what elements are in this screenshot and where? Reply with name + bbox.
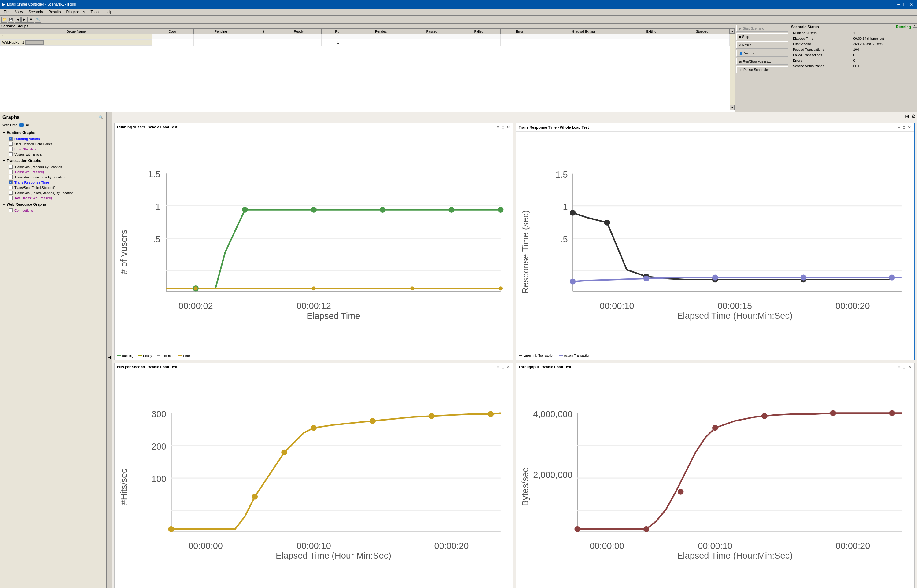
graph-item-total-trans-passed[interactable]: Total Trans/Sec (Passed) bbox=[2, 195, 104, 200]
graph-maximize-btn-1[interactable]: ⊡ bbox=[500, 125, 505, 129]
section-transaction[interactable]: ▼ Transaction Graphs bbox=[2, 158, 104, 163]
graph-controls-4: ≡ ⊡ ✕ bbox=[898, 365, 912, 369]
toolbar-btn-3[interactable]: ◀ bbox=[15, 16, 21, 23]
close-button[interactable]: ✕ bbox=[909, 2, 915, 7]
menu-results[interactable]: Results bbox=[46, 9, 63, 15]
graph-item-vusers-errors[interactable]: Vusers with Errors bbox=[2, 152, 104, 157]
graph-close-btn-2[interactable]: ✕ bbox=[907, 125, 912, 129]
section-runtime[interactable]: ▼ Runtime Graphs bbox=[2, 131, 104, 135]
checkbox-error-stats[interactable] bbox=[8, 147, 13, 151]
search-icon[interactable]: 🔍 bbox=[98, 115, 104, 120]
label-trans-response-time: Trans Response Time bbox=[15, 181, 49, 184]
reset-button[interactable]: « Reset bbox=[736, 41, 788, 48]
graph-menu-btn-3[interactable]: ≡ bbox=[496, 365, 499, 369]
graph-panel-header-running-vusers: Running Vusers - Whole Load Test ≡ ⊡ ✕ bbox=[115, 123, 513, 131]
svg-point-60 bbox=[281, 449, 287, 456]
menu-help[interactable]: Help bbox=[102, 9, 115, 15]
legend-dot-vuser-init bbox=[519, 355, 522, 356]
svg-point-83 bbox=[889, 410, 895, 416]
restore-icon[interactable]: ⊞ bbox=[905, 113, 909, 119]
pause-icon: ⏸ bbox=[739, 68, 742, 71]
svg-point-80 bbox=[712, 425, 718, 431]
checkbox-trans-sec-passed-loc[interactable] bbox=[8, 165, 13, 169]
toggle-dot[interactable] bbox=[19, 123, 24, 128]
toolbar-btn-5[interactable]: ⏹ bbox=[28, 16, 34, 23]
graph-item-trans-sec-passed[interactable]: Trans/Sec (Passed) bbox=[2, 169, 104, 174]
checkbox-user-defined[interactable] bbox=[8, 142, 13, 146]
graph-item-trans-sec-passed-loc[interactable]: Trans/Sec (Passed) by Location bbox=[2, 164, 104, 169]
menu-view[interactable]: View bbox=[13, 9, 25, 15]
pause-scheduler-button[interactable]: ⏸ Pause Scheduler bbox=[736, 66, 788, 73]
svg-text:1.5: 1.5 bbox=[555, 170, 568, 179]
label-trans-sec-passed-loc: Trans/Sec (Passed) by Location bbox=[15, 165, 62, 169]
settings-icon[interactable]: ⚙ bbox=[912, 113, 916, 119]
graph-item-user-defined[interactable]: User Defined Data Points bbox=[2, 141, 104, 146]
graph-item-running-vusers[interactable]: Running Vusers bbox=[2, 136, 104, 141]
svg-text:Bytes/sec: Bytes/sec bbox=[520, 468, 530, 506]
scroll-up-btn[interactable]: ▲ bbox=[730, 29, 735, 34]
graph-maximize-btn-3[interactable]: ⊡ bbox=[500, 365, 505, 369]
graph-menu-btn-4[interactable]: ≡ bbox=[898, 365, 901, 369]
toolbar-btn-6[interactable]: 🔧 bbox=[35, 16, 41, 23]
graph-item-connections[interactable]: Connections bbox=[2, 208, 104, 213]
sidebar-toggle-arrow[interactable]: ◀ bbox=[107, 112, 112, 588]
checkbox-connections[interactable] bbox=[8, 208, 13, 212]
run-stop-vusers-button[interactable]: ⊞ Run/Stop Vusers... bbox=[736, 58, 788, 65]
svg-text:00:00:10: 00:00:10 bbox=[297, 541, 331, 551]
scroll-down-btn[interactable]: ▼ bbox=[730, 105, 735, 110]
checkbox-trans-sec-passed[interactable] bbox=[8, 170, 13, 174]
graph-maximize-btn-2[interactable]: ⊡ bbox=[902, 125, 906, 129]
graph-maximize-btn-4[interactable]: ⊡ bbox=[902, 365, 906, 369]
graph-panel-hits: Hits per Second - Whole Load Test ≡ ⊡ ✕ bbox=[114, 363, 513, 588]
graph-close-btn-4[interactable]: ✕ bbox=[907, 365, 912, 369]
menu-file[interactable]: File bbox=[1, 9, 12, 15]
vusers-button[interactable]: 👤 Vusers... bbox=[736, 50, 788, 57]
checkbox-trans-sec-failed[interactable] bbox=[8, 186, 13, 189]
menu-diagnostics[interactable]: Diagnostics bbox=[64, 9, 88, 15]
toolbar-btn-2[interactable]: 💾 bbox=[8, 16, 14, 23]
svg-text:00:00:00: 00:00:00 bbox=[188, 541, 223, 551]
scroll-track[interactable] bbox=[730, 34, 735, 105]
label-vusers-errors: Vusers with Errors bbox=[15, 152, 42, 156]
toolbar-btn-4[interactable]: ▶ bbox=[21, 16, 27, 23]
status-panel: Scenario Status Running Running Vusers 1… bbox=[790, 24, 912, 111]
graph-item-trans-sec-failed[interactable]: Trans/Sec (Failed,Stopped) bbox=[2, 185, 104, 190]
section-web-resource[interactable]: ▼ Web Resource Graphs bbox=[2, 202, 104, 207]
graph-menu-btn-1[interactable]: ≡ bbox=[496, 125, 499, 129]
toolbar-btn-1[interactable]: 📁 bbox=[1, 16, 7, 23]
svg-text:00:00:00: 00:00:00 bbox=[589, 541, 624, 551]
checkbox-trans-response-time[interactable] bbox=[8, 180, 13, 184]
menu-scenario[interactable]: Scenario bbox=[26, 9, 45, 15]
svg-text:300: 300 bbox=[152, 409, 166, 419]
label-connections: Connections bbox=[15, 209, 33, 212]
svg-point-35 bbox=[570, 210, 576, 216]
maximize-button[interactable]: □ bbox=[902, 2, 907, 7]
menu-tools[interactable]: Tools bbox=[88, 9, 102, 15]
checkbox-running-vusers[interactable] bbox=[8, 137, 13, 141]
status-row-passed-trans: Passed Transactions 104 bbox=[791, 47, 911, 52]
run-stop-icon: ⊞ bbox=[739, 60, 741, 63]
sidebar-title: Graphs bbox=[2, 115, 19, 120]
checkbox-total-trans-passed[interactable] bbox=[8, 196, 13, 200]
graph-menu-btn-2[interactable]: ≡ bbox=[897, 125, 901, 129]
checkbox-trans-response-loc[interactable] bbox=[8, 175, 13, 179]
graph-controls-1: ≡ ⊡ ✕ bbox=[496, 125, 510, 129]
scenario-groups-table: Group Name Down Pending Init Ready Run R… bbox=[0, 29, 730, 46]
title-bar-controls[interactable]: − □ ✕ bbox=[896, 2, 915, 7]
graph-item-trans-response-time[interactable]: Trans Response Time bbox=[2, 180, 104, 185]
svg-point-40 bbox=[570, 278, 576, 284]
minimize-button[interactable]: − bbox=[896, 2, 901, 7]
svg-text:00:00:12: 00:00:12 bbox=[297, 301, 331, 311]
checkbox-trans-sec-failed-loc[interactable] bbox=[8, 191, 13, 195]
graph-item-trans-response-loc[interactable]: Trans Response Time by Location bbox=[2, 174, 104, 180]
graph-item-error-stats[interactable]: Error Statistics bbox=[2, 146, 104, 152]
graph-close-btn-1[interactable]: ✕ bbox=[506, 125, 510, 129]
graph-close-btn-3[interactable]: ✕ bbox=[506, 365, 510, 369]
stop-button[interactable]: ■ Stop bbox=[736, 33, 788, 40]
status-close-btn[interactable]: ✕ bbox=[913, 24, 917, 27]
checkbox-vusers-errors[interactable] bbox=[8, 152, 13, 156]
scroll-bar[interactable]: ▲ ▼ bbox=[730, 29, 735, 110]
start-scenario-button[interactable]: ▶ Start Scenario bbox=[736, 25, 788, 32]
graph-item-trans-sec-failed-loc[interactable]: Trans/Sec (Failed,Stopped) by Location bbox=[2, 190, 104, 195]
app-icon: ▶ bbox=[2, 2, 5, 6]
